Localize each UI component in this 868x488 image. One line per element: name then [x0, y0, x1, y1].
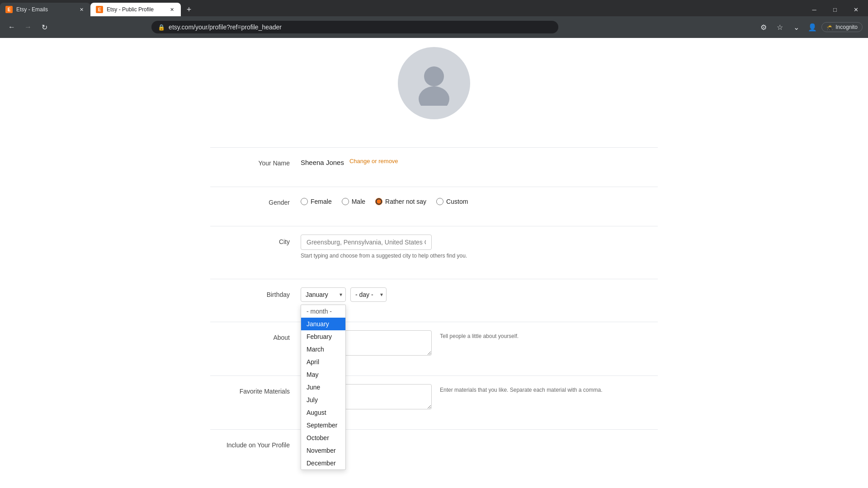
month-dd-july[interactable]: July — [301, 394, 345, 406]
month-dd-september[interactable]: September — [301, 419, 345, 432]
svg-point-1 — [419, 86, 449, 106]
incognito-badge: 🥷 Incognito — [821, 22, 863, 32]
tab-search-icon[interactable]: ⌄ — [789, 20, 803, 34]
tab-emails[interactable]: E Etsy - Emails ✕ — [0, 3, 90, 16]
svg-point-0 — [424, 66, 444, 86]
month-dd-february[interactable]: February — [301, 330, 345, 343]
your-name-label: Your Name — [210, 156, 301, 167]
include-row: Include on Your Profile Shop — [210, 438, 658, 449]
tab2-label: Etsy - Public Profile — [107, 6, 154, 13]
avatar-section — [398, 47, 470, 126]
birthday-selects: - month - January February March April M… — [301, 287, 658, 302]
city-row: City Start typing and choose from a sugg… — [210, 235, 658, 259]
birthday-row: Birthday - month - January February Marc… — [210, 287, 658, 302]
month-dd-placeholder[interactable]: - month - — [301, 305, 345, 318]
month-dd-may[interactable]: May — [301, 368, 345, 381]
gender-label: Gender — [210, 195, 301, 206]
incognito-label: Incognito — [835, 24, 858, 30]
browser-chrome: E Etsy - Emails ✕ E Etsy - Public Profil… — [0, 0, 868, 38]
new-tab-button[interactable]: + — [183, 3, 195, 16]
tab2-close[interactable]: ✕ — [168, 6, 175, 13]
birthday-label: Birthday — [210, 287, 301, 298]
month-select[interactable]: - month - January February March April M… — [301, 287, 346, 302]
divider-2 — [210, 187, 658, 187]
gender-female-label: Female — [311, 198, 332, 205]
favorite-materials-label: Favorite Materials — [210, 384, 301, 395]
favorite-materials-row: Favorite Materials Enter materials that … — [210, 384, 658, 409]
favorite-materials-control: Enter materials that you like. Separate … — [301, 384, 658, 409]
gender-female-option[interactable]: Female — [301, 198, 332, 205]
gender-male-label: Male — [352, 198, 365, 205]
tab1-favicon: E — [5, 6, 13, 13]
day-select[interactable]: - day - — [350, 287, 387, 302]
divider-7 — [210, 429, 658, 430]
tab2-favicon: E — [96, 6, 103, 13]
avatar[interactable] — [398, 47, 470, 119]
gender-rather-not-say-radio[interactable] — [375, 198, 382, 205]
gender-rather-not-say-option[interactable]: Rather not say — [375, 198, 426, 205]
gender-male-option[interactable]: Male — [342, 198, 365, 205]
forward-button[interactable]: → — [22, 21, 34, 33]
divider-3 — [210, 226, 658, 226]
lock-icon: 🔒 — [158, 24, 165, 31]
city-control: Start typing and choose from a suggested… — [301, 235, 658, 259]
window-controls: ─ □ ✕ — [804, 2, 868, 17]
address-bar-row: ← → ↻ 🔒 etsy.com/your/profile?ref=profil… — [0, 16, 868, 38]
about-hint: Tell people a little about yourself. — [440, 330, 519, 339]
month-dd-november[interactable]: November — [301, 444, 345, 457]
city-input[interactable] — [301, 235, 432, 250]
materials-inner: Enter materials that you like. Separate … — [301, 384, 658, 409]
back-button[interactable]: ← — [5, 21, 18, 33]
gender-custom-option[interactable]: Custom — [436, 198, 468, 205]
refresh-button[interactable]: ↻ — [38, 21, 51, 33]
month-dd-march[interactable]: March — [301, 343, 345, 356]
gender-female-radio[interactable] — [301, 198, 308, 205]
month-dd-january[interactable]: January — [301, 318, 345, 330]
name-row: Sheena Jones Change or remove — [301, 156, 658, 166]
month-dd-june[interactable]: June — [301, 381, 345, 394]
divider-4 — [210, 279, 658, 279]
address-bar[interactable]: 🔒 etsy.com/your/profile?ref=profile_head… — [151, 21, 558, 33]
minimize-button[interactable]: ─ — [804, 2, 825, 17]
user-name-value: Sheena Jones — [301, 156, 344, 166]
tab1-close[interactable]: ✕ — [78, 6, 85, 13]
maximize-button[interactable]: □ — [825, 2, 845, 17]
include-control: Shop — [301, 438, 658, 448]
month-select-wrapper: - month - January February March April M… — [301, 287, 346, 302]
divider-6 — [210, 375, 658, 376]
change-or-remove-link[interactable]: Change or remove — [349, 158, 398, 164]
gender-control: Female Male Rather not say Custom — [301, 195, 658, 205]
extensions-icon[interactable]: ⚙ — [756, 20, 771, 34]
address-text: etsy.com/your/profile?ref=profile_header — [169, 23, 552, 31]
divider-5 — [210, 322, 658, 322]
gender-options: Female Male Rather not say Custom — [301, 195, 658, 205]
incognito-icon: 🥷 — [826, 24, 833, 30]
include-options: Shop — [301, 438, 658, 448]
favorite-materials-hint: Enter materials that you like. Separate … — [440, 384, 603, 393]
avatar-icon — [411, 61, 457, 106]
profile-icon[interactable]: 👤 — [805, 20, 820, 34]
month-dd-december[interactable]: December — [301, 457, 345, 469]
divider-1 — [210, 147, 658, 148]
about-inner: Tell people a little about yourself. — [301, 330, 658, 356]
include-label: Include on Your Profile — [210, 438, 301, 449]
gender-rather-not-say-label: Rather not say — [385, 198, 426, 205]
city-hint: Start typing and choose from a suggested… — [301, 253, 658, 259]
toolbar-icons: ⚙ ☆ ⌄ 👤 🥷 Incognito — [756, 20, 863, 34]
about-label: About — [210, 330, 301, 341]
month-dd-april[interactable]: April — [301, 356, 345, 368]
tab-public-profile[interactable]: E Etsy - Public Profile ✕ — [90, 3, 181, 16]
gender-male-radio[interactable] — [342, 198, 349, 205]
close-button[interactable]: ✕ — [845, 2, 866, 17]
month-dropdown: - month - January February March April M… — [301, 305, 346, 470]
your-name-row: Your Name Sheena Jones Change or remove — [210, 156, 658, 167]
gender-custom-radio[interactable] — [436, 198, 443, 205]
birthday-control: - month - January February March April M… — [301, 287, 658, 302]
star-icon[interactable]: ☆ — [773, 20, 787, 34]
about-control: Tell people a little about yourself. — [301, 330, 658, 356]
month-dd-august[interactable]: August — [301, 406, 345, 419]
your-name-control: Sheena Jones Change or remove — [301, 156, 658, 166]
about-row: About Tell people a little about yoursel… — [210, 330, 658, 356]
tab1-label: Etsy - Emails — [16, 6, 48, 13]
month-dd-october[interactable]: October — [301, 432, 345, 444]
